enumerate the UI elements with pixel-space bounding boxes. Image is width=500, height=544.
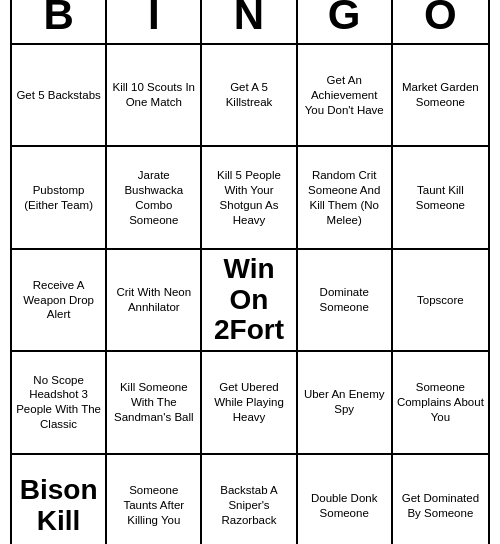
- bingo-cell-11[interactable]: Crit With Neon Annhilator: [107, 250, 202, 352]
- bingo-cell-18[interactable]: Uber An Enemy Spy: [298, 352, 393, 454]
- bingo-cell-13[interactable]: Dominate Someone: [298, 250, 393, 352]
- bingo-cell-2[interactable]: Get A 5 Killstreak: [202, 45, 297, 147]
- bingo-grid: Get 5 BackstabsKill 10 Scouts In One Mat…: [12, 45, 488, 544]
- bingo-cell-5[interactable]: Pubstomp (Either Team): [12, 147, 107, 249]
- bingo-cell-12[interactable]: Win On 2Fort: [202, 250, 297, 352]
- bingo-cell-21[interactable]: Someone Taunts After Killing You: [107, 455, 202, 544]
- bingo-cell-6[interactable]: Jarate Bushwacka Combo Someone: [107, 147, 202, 249]
- bingo-cell-24[interactable]: Get Dominated By Someone: [393, 455, 488, 544]
- bingo-cell-23[interactable]: Double Donk Someone: [298, 455, 393, 544]
- bingo-cell-8[interactable]: Random Crit Someone And Kill Them (No Me…: [298, 147, 393, 249]
- bingo-cell-20[interactable]: Bison Kill: [12, 455, 107, 544]
- bingo-letter-o: O: [393, 0, 488, 43]
- bingo-header: BINGO: [12, 0, 488, 45]
- bingo-cell-16[interactable]: Kill Someone With The Sandman's Ball: [107, 352, 202, 454]
- bingo-cell-14[interactable]: Topscore: [393, 250, 488, 352]
- bingo-cell-7[interactable]: Kill 5 People With Your Shotgun As Heavy: [202, 147, 297, 249]
- bingo-letter-n: N: [202, 0, 297, 43]
- bingo-cell-17[interactable]: Get Ubered While Playing Heavy: [202, 352, 297, 454]
- bingo-card: BINGO Get 5 BackstabsKill 10 Scouts In O…: [10, 0, 490, 544]
- bingo-cell-19[interactable]: Someone Complains About You: [393, 352, 488, 454]
- bingo-letter-g: G: [298, 0, 393, 43]
- bingo-letter-i: I: [107, 0, 202, 43]
- bingo-cell-0[interactable]: Get 5 Backstabs: [12, 45, 107, 147]
- bingo-cell-22[interactable]: Backstab A Sniper's Razorback: [202, 455, 297, 544]
- bingo-cell-10[interactable]: Receive A Weapon Drop Alert: [12, 250, 107, 352]
- bingo-cell-9[interactable]: Taunt Kill Someone: [393, 147, 488, 249]
- bingo-cell-1[interactable]: Kill 10 Scouts In One Match: [107, 45, 202, 147]
- bingo-cell-4[interactable]: Market Garden Someone: [393, 45, 488, 147]
- bingo-cell-15[interactable]: No Scope Headshot 3 People With The Clas…: [12, 352, 107, 454]
- bingo-letter-b: B: [12, 0, 107, 43]
- bingo-cell-3[interactable]: Get An Achievement You Don't Have: [298, 45, 393, 147]
